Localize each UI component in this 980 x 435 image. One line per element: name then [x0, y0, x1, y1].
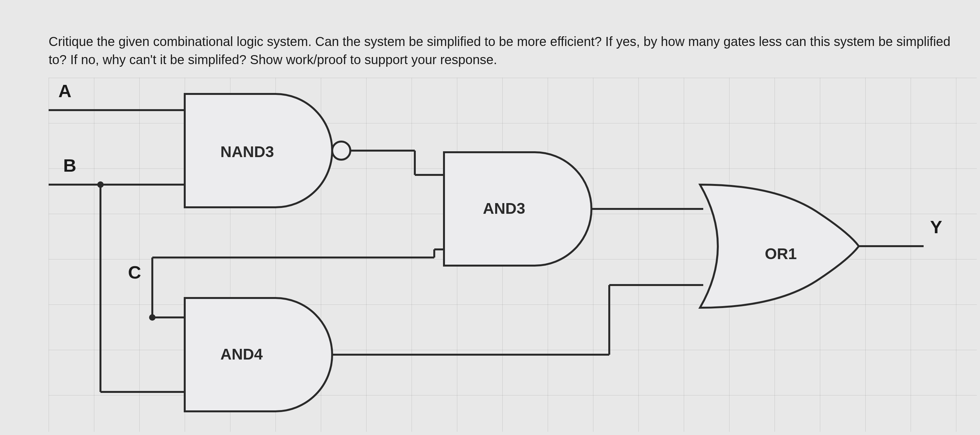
logic-circuit-diagram: A B C NAND3 AND3 AND4 OR1 Y	[49, 78, 956, 434]
and4-label: AND4	[220, 346, 263, 363]
input-label-b: B	[63, 155, 76, 176]
input-label-c: C	[128, 262, 141, 283]
nand3-label: NAND3	[220, 143, 274, 160]
or1-label: OR1	[765, 245, 797, 262]
input-label-a: A	[58, 81, 71, 101]
output-label-y: Y	[930, 217, 942, 237]
nand3-bubble	[332, 141, 350, 160]
and3-label: AND3	[483, 200, 525, 217]
question-text: Critique the given combinational logic s…	[49, 32, 964, 69]
